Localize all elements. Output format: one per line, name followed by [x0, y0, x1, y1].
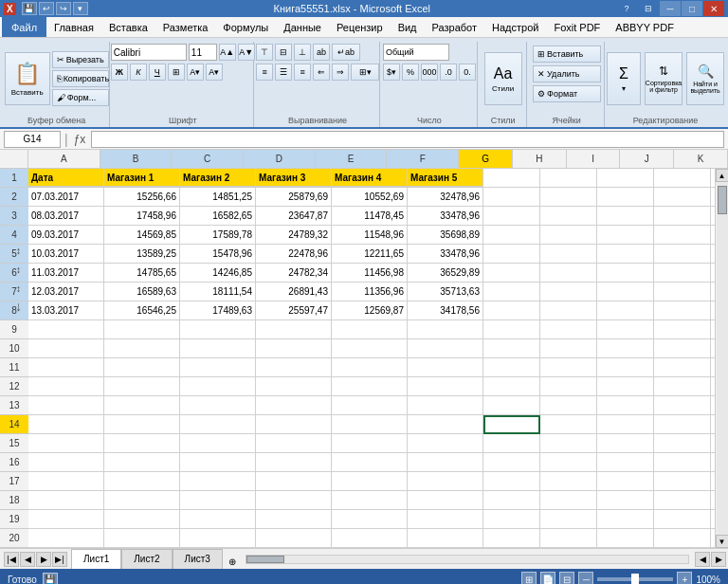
cell-d7[interactable]: 26891,43 — [256, 283, 332, 301]
format-painter-button[interactable]: 🖌Форм... — [52, 89, 109, 106]
cell-f1[interactable]: Магазин 5 — [408, 169, 483, 188]
cell-f12[interactable] — [408, 377, 483, 396]
cell-i11[interactable] — [597, 358, 654, 377]
cell-e7[interactable]: 11356,96 — [332, 283, 408, 301]
cell-d14[interactable] — [256, 415, 332, 434]
save-status-icon[interactable]: 💾 — [43, 573, 58, 584]
currency-btn[interactable]: $▾ — [383, 64, 400, 81]
cell-e9[interactable] — [332, 320, 408, 339]
font-size-input[interactable] — [189, 44, 217, 61]
col-header-e[interactable]: E — [316, 150, 388, 169]
cell-f17[interactable] — [408, 472, 483, 491]
cell-c8[interactable]: 17489,63 — [180, 301, 256, 320]
cell-e13[interactable] — [332, 396, 408, 415]
cell-f9[interactable] — [408, 320, 483, 339]
row-header-18[interactable]: 18 — [0, 491, 28, 510]
cell-h6[interactable] — [540, 264, 597, 283]
sheet-nav-last[interactable]: ▶| — [52, 552, 67, 567]
cell-b7[interactable]: 16589,63 — [104, 283, 180, 301]
cell-i9[interactable] — [597, 320, 654, 339]
scroll-up-button[interactable]: ▲ — [716, 169, 729, 182]
function-icon[interactable]: ƒx — [74, 133, 86, 146]
cell-f16[interactable] — [408, 453, 483, 472]
cell-d11[interactable] — [256, 358, 332, 377]
cell-e18[interactable] — [332, 491, 408, 510]
cell-h3[interactable] — [540, 207, 597, 226]
align-right[interactable]: ≡ — [294, 64, 311, 81]
cell-c9[interactable] — [180, 320, 256, 339]
cell-h8[interactable] — [540, 301, 597, 320]
font-color-button[interactable]: A▾ — [206, 64, 223, 81]
align-center[interactable]: ☰ — [275, 64, 292, 81]
cell-a18[interactable] — [28, 491, 104, 510]
cell-a1[interactable]: Дата — [28, 169, 104, 188]
sheet-nav-first[interactable]: |◀ — [4, 552, 19, 567]
cell-e3[interactable]: 11478,45 — [332, 207, 408, 226]
row-header-6[interactable]: 6 — [0, 264, 28, 283]
cell-j11[interactable] — [654, 358, 711, 377]
cell-a2[interactable]: 07.03.2017 — [28, 188, 104, 207]
scroll-thumb-h[interactable] — [246, 556, 284, 563]
cell-b12[interactable] — [104, 377, 180, 396]
cell-j5[interactable] — [654, 245, 711, 264]
row-header-8[interactable]: 8 — [0, 301, 28, 320]
cell-e4[interactable]: 11548,96 — [332, 226, 408, 245]
cell-b17[interactable] — [104, 472, 180, 491]
quick-access-redo[interactable]: ↪ — [56, 2, 71, 15]
quick-access-save[interactable]: 💾 — [22, 2, 37, 15]
cell-f13[interactable] — [408, 396, 483, 415]
minimize-btn[interactable]: ─ — [660, 1, 681, 16]
cell-g20[interactable] — [483, 529, 540, 548]
row-header-4[interactable]: 4 — [0, 226, 28, 245]
orient-text[interactable]: ab — [313, 44, 330, 61]
align-left[interactable]: ≡ — [256, 64, 273, 81]
cell-e1[interactable]: Магазин 4 — [332, 169, 408, 188]
cell-d9[interactable] — [256, 320, 332, 339]
font-size-up[interactable]: A▲ — [219, 44, 236, 61]
cell-d15[interactable] — [256, 434, 332, 453]
menu-insert[interactable]: Вставка — [101, 17, 155, 37]
scroll-right-btn[interactable]: ▶ — [711, 552, 726, 567]
cell-g9[interactable] — [483, 320, 540, 339]
col-header-i[interactable]: I — [567, 150, 621, 169]
row-header-19[interactable]: 19 — [0, 510, 28, 529]
underline-button[interactable]: Ч — [149, 64, 166, 81]
cell-b4[interactable]: 14569,85 — [104, 226, 180, 245]
row-header-12[interactable]: 12 — [0, 377, 28, 396]
cell-h19[interactable] — [540, 510, 597, 529]
scroll-thumb[interactable] — [718, 186, 727, 214]
cell-g8[interactable] — [483, 301, 540, 320]
cell-f7[interactable]: 35713,63 — [408, 283, 483, 301]
cell-b13[interactable] — [104, 396, 180, 415]
cell-i2[interactable] — [597, 188, 654, 207]
cell-g13[interactable] — [483, 396, 540, 415]
cell-d17[interactable] — [256, 472, 332, 491]
menu-formulas[interactable]: Формулы — [215, 17, 276, 37]
cell-g14[interactable] — [483, 415, 540, 434]
row-header-15[interactable]: 15 — [0, 434, 28, 453]
cell-e15[interactable] — [332, 434, 408, 453]
col-header-h[interactable]: H — [513, 150, 567, 169]
cell-f15[interactable] — [408, 434, 483, 453]
row-header-10[interactable]: 10 — [0, 339, 28, 358]
cell-g5[interactable] — [483, 245, 540, 264]
cell-e6[interactable]: 11456,98 — [332, 264, 408, 283]
cell-c1[interactable]: Магазин 2 — [180, 169, 256, 188]
cell-g6[interactable] — [483, 264, 540, 283]
cell-g11[interactable] — [483, 358, 540, 377]
cell-b19[interactable] — [104, 510, 180, 529]
cell-d1[interactable]: Магазин 3 — [256, 169, 332, 188]
cell-d18[interactable] — [256, 491, 332, 510]
close-btn[interactable]: ✕ — [703, 1, 724, 16]
cell-a6[interactable]: 11.03.2017 — [28, 264, 104, 283]
comma-btn[interactable]: 000 — [421, 64, 438, 81]
cell-e16[interactable] — [332, 453, 408, 472]
cell-j18[interactable] — [654, 491, 711, 510]
cell-f4[interactable]: 35698,89 — [408, 226, 483, 245]
menu-view[interactable]: Вид — [391, 17, 425, 37]
row-header-16[interactable]: 16 — [0, 453, 28, 472]
cell-g15[interactable] — [483, 434, 540, 453]
format-cells-btn[interactable]: ⚙ Формат — [533, 85, 601, 102]
cell-h20[interactable] — [540, 529, 597, 548]
quick-access-undo[interactable]: ↩ — [39, 2, 54, 15]
